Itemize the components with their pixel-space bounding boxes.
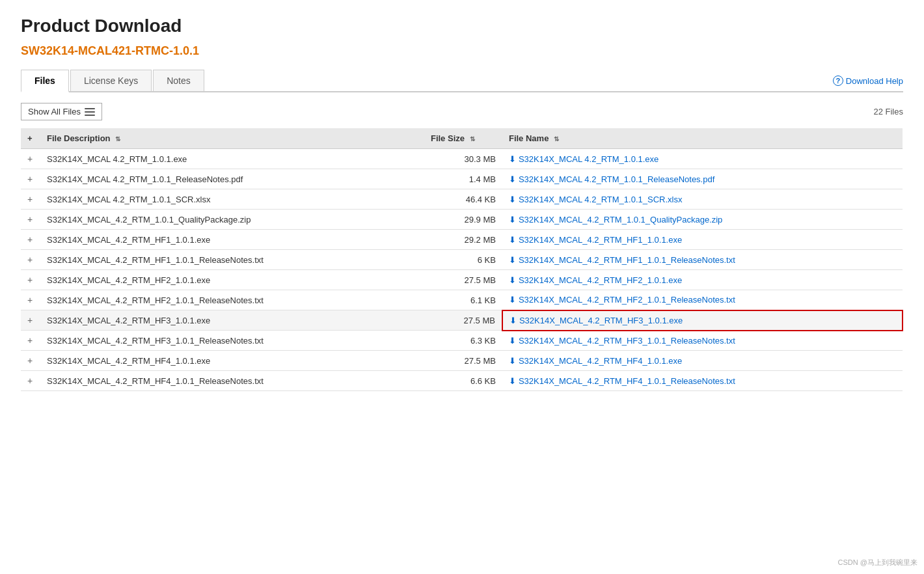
plus-icon[interactable]: +: [27, 214, 33, 225]
row-size: 6.6 KB: [424, 371, 502, 391]
file-download-link[interactable]: ⬇S32K14X_MCAL_4.2_RTM_HF2_1.0.1_ReleaseN…: [509, 295, 896, 305]
row-filename[interactable]: ⬇S32K14X_MCAL 4.2_RTM_1.0.1_ReleaseNotes…: [502, 169, 903, 189]
plus-icon[interactable]: +: [27, 355, 33, 366]
row-filename[interactable]: ⬇S32K14X_MCAL_4.2_RTM_HF4_1.0.1.exe: [502, 351, 903, 371]
download-arrow-icon: ⬇: [509, 376, 516, 386]
download-arrow-icon: ⬇: [509, 275, 516, 285]
expand-all-icon[interactable]: +: [27, 133, 33, 143]
row-description: S32K14X_MCAL_4.2_RTM_HF2_1.0.1_ReleaseNo…: [40, 290, 424, 310]
table-row: +S32K14X_MCAL 4.2_RTM_1.0.1.exe30.3 MB⬇S…: [21, 149, 903, 169]
row-filename[interactable]: ⬇S32K14X_MCAL 4.2_RTM_1.0.1_SCR.xlsx: [502, 189, 903, 210]
row-expand[interactable]: +: [21, 250, 40, 270]
plus-icon[interactable]: +: [27, 174, 33, 184]
product-name: SW32K14-MCAL421-RTMC-1.0.1: [21, 44, 903, 58]
filename-text: S32K14X_MCAL_4.2_RTM_HF4_1.0.1.exe: [519, 356, 682, 366]
menu-lines-icon: [85, 108, 95, 116]
row-expand[interactable]: +: [21, 351, 40, 371]
plus-icon[interactable]: +: [27, 376, 33, 386]
filename-text: S32K14X_MCAL 4.2_RTM_1.0.1.exe: [519, 154, 659, 164]
file-download-link[interactable]: ⬇S32K14X_MCAL 4.2_RTM_1.0.1.exe: [509, 154, 896, 164]
row-expand[interactable]: +: [21, 331, 40, 351]
tab-files[interactable]: Files: [21, 70, 69, 92]
row-filename[interactable]: ⬇S32K14X_MCAL_4.2_RTM_1.0.1_QualityPacka…: [502, 210, 903, 230]
filename-text: S32K14X_MCAL_4.2_RTM_HF2_1.0.1_ReleaseNo…: [519, 295, 735, 305]
filename-text: S32K14X_MCAL_4.2_RTM_HF3_1.0.1_ReleaseNo…: [519, 336, 735, 346]
plus-icon[interactable]: +: [27, 234, 33, 245]
download-arrow-icon: ⬇: [509, 195, 516, 204]
download-arrow-icon: ⬇: [509, 336, 516, 346]
row-expand[interactable]: +: [21, 270, 40, 290]
file-download-link[interactable]: ⬇S32K14X_MCAL 4.2_RTM_1.0.1_ReleaseNotes…: [509, 174, 896, 184]
file-download-link[interactable]: ⬇S32K14X_MCAL_4.2_RTM_HF4_1.0.1.exe: [509, 356, 896, 366]
row-size: 29.2 MB: [424, 230, 502, 250]
row-description: S32K14X_MCAL_4.2_RTM_HF4_1.0.1_ReleaseNo…: [40, 371, 424, 391]
filename-text: S32K14X_MCAL_4.2_RTM_HF1_1.0.1_ReleaseNo…: [519, 255, 735, 265]
row-size: 30.3 MB: [424, 149, 502, 169]
row-filename[interactable]: ⬇S32K14X_MCAL_4.2_RTM_HF3_1.0.1.exe: [502, 310, 903, 331]
row-expand[interactable]: +: [21, 189, 40, 210]
table-row: +S32K14X_MCAL_4.2_RTM_HF4_1.0.1.exe27.5 …: [21, 351, 903, 371]
plus-icon[interactable]: +: [27, 154, 33, 164]
file-download-link[interactable]: ⬇S32K14X_MCAL_4.2_RTM_HF1_1.0.1_ReleaseN…: [509, 255, 896, 265]
row-size: 6.3 KB: [424, 331, 502, 351]
file-download-link[interactable]: ⬇S32K14X_MCAL_4.2_RTM_HF1_1.0.1.exe: [509, 235, 896, 245]
tab-notes[interactable]: Notes: [153, 70, 204, 91]
plus-icon[interactable]: +: [27, 194, 33, 204]
table-row: +S32K14X_MCAL 4.2_RTM_1.0.1_SCR.xlsx46.4…: [21, 189, 903, 210]
plus-icon[interactable]: +: [27, 254, 33, 265]
plus-icon[interactable]: +: [27, 295, 33, 305]
sort-filename-icon: ⇅: [554, 135, 559, 143]
download-arrow-icon: ⬇: [509, 174, 516, 184]
tab-license-keys[interactable]: License Keys: [70, 70, 152, 91]
row-size: 6 KB: [424, 250, 502, 270]
files-table: + File Description ⇅ File Size ⇅ File Na…: [21, 128, 903, 391]
row-expand[interactable]: +: [21, 149, 40, 169]
table-row: +S32K14X_MCAL_4.2_RTM_HF1_1.0.1_ReleaseN…: [21, 250, 903, 270]
row-description: S32K14X_MCAL_4.2_RTM_HF3_1.0.1.exe: [40, 310, 424, 331]
file-download-link[interactable]: ⬇S32K14X_MCAL_4.2_RTM_HF2_1.0.1.exe: [509, 275, 896, 285]
row-expand[interactable]: +: [21, 310, 40, 331]
table-row: +S32K14X_MCAL_4.2_RTM_1.0.1_QualityPacka…: [21, 210, 903, 230]
download-help-label: Download Help: [846, 76, 903, 86]
row-filename[interactable]: ⬇S32K14X_MCAL_4.2_RTM_HF3_1.0.1_ReleaseN…: [502, 331, 903, 351]
filename-text: S32K14X_MCAL_4.2_RTM_HF2_1.0.1.exe: [519, 275, 682, 285]
filename-text: S32K14X_MCAL_4.2_RTM_HF1_1.0.1.exe: [519, 235, 682, 245]
row-filename[interactable]: ⬇S32K14X_MCAL 4.2_RTM_1.0.1.exe: [502, 149, 903, 169]
row-size: 27.5 MB: [424, 270, 502, 290]
row-filename[interactable]: ⬇S32K14X_MCAL_4.2_RTM_HF2_1.0.1_ReleaseN…: [502, 290, 903, 310]
row-expand[interactable]: +: [21, 371, 40, 391]
row-size: 6.1 KB: [424, 290, 502, 310]
col-filename[interactable]: File Name ⇅: [502, 128, 903, 149]
plus-icon[interactable]: +: [27, 335, 33, 346]
row-filename[interactable]: ⬇S32K14X_MCAL_4.2_RTM_HF2_1.0.1.exe: [502, 270, 903, 290]
filename-text: S32K14X_MCAL 4.2_RTM_1.0.1_SCR.xlsx: [519, 195, 682, 204]
file-download-link[interactable]: ⬇S32K14X_MCAL_4.2_RTM_HF3_1.0.1.exe: [510, 316, 895, 325]
plus-icon[interactable]: +: [27, 275, 33, 285]
row-expand[interactable]: +: [21, 169, 40, 189]
filename-text: S32K14X_MCAL_4.2_RTM_HF4_1.0.1_ReleaseNo…: [519, 376, 735, 386]
download-help-link[interactable]: ? Download Help: [833, 75, 903, 91]
row-filename[interactable]: ⬇S32K14X_MCAL_4.2_RTM_HF4_1.0.1_ReleaseN…: [502, 371, 903, 391]
sort-size-icon: ⇅: [470, 135, 475, 143]
filename-text: S32K14X_MCAL_4.2_RTM_1.0.1_QualityPackag…: [519, 215, 722, 225]
row-expand[interactable]: +: [21, 210, 40, 230]
row-filename[interactable]: ⬇S32K14X_MCAL_4.2_RTM_HF1_1.0.1_ReleaseN…: [502, 250, 903, 270]
row-size: 1.4 MB: [424, 169, 502, 189]
file-download-link[interactable]: ⬇S32K14X_MCAL_4.2_RTM_HF4_1.0.1_ReleaseN…: [509, 376, 896, 386]
row-expand[interactable]: +: [21, 290, 40, 310]
row-filename[interactable]: ⬇S32K14X_MCAL_4.2_RTM_HF1_1.0.1.exe: [502, 230, 903, 250]
plus-icon[interactable]: +: [27, 315, 33, 325]
file-download-link[interactable]: ⬇S32K14X_MCAL 4.2_RTM_1.0.1_SCR.xlsx: [509, 195, 896, 204]
col-description[interactable]: File Description ⇅: [40, 128, 424, 149]
row-size: 29.9 MB: [424, 210, 502, 230]
show-all-files-button[interactable]: Show All Files: [21, 103, 102, 120]
row-size: 46.4 KB: [424, 189, 502, 210]
row-expand[interactable]: +: [21, 230, 40, 250]
toolbar: Show All Files 22 Files: [21, 103, 903, 120]
table-row: +S32K14X_MCAL_4.2_RTM_HF3_1.0.1.exe27.5 …: [21, 310, 903, 331]
table-row: +S32K14X_MCAL_4.2_RTM_HF1_1.0.1.exe29.2 …: [21, 230, 903, 250]
file-download-link[interactable]: ⬇S32K14X_MCAL_4.2_RTM_HF3_1.0.1_ReleaseN…: [509, 336, 896, 346]
row-size: 27.5 MB: [424, 351, 502, 371]
col-size[interactable]: File Size ⇅: [424, 128, 502, 149]
file-download-link[interactable]: ⬇S32K14X_MCAL_4.2_RTM_1.0.1_QualityPacka…: [509, 215, 896, 225]
